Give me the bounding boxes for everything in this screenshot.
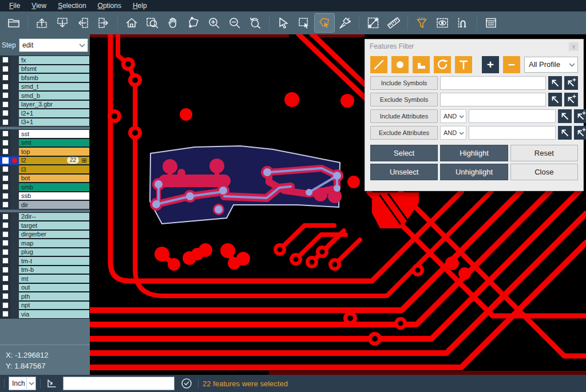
unselect-button[interactable]: Unselect <box>370 164 438 180</box>
pan-button[interactable] <box>163 14 183 32</box>
exclude-attributes-button[interactable]: Exclude Attributes <box>370 126 438 140</box>
layer-active-indicator[interactable] <box>10 283 19 292</box>
layer-row-map[interactable]: map <box>0 239 90 248</box>
corner-snap-icon[interactable] <box>45 377 60 390</box>
layer-row-smb[interactable]: smb <box>0 183 90 192</box>
layer-row-npt[interactable]: npt <box>0 301 90 310</box>
layer-row-dirgerber[interactable]: dirgerber <box>0 230 90 239</box>
layer-checkbox[interactable] <box>0 310 10 319</box>
layer-checkbox[interactable] <box>0 100 10 109</box>
command-input[interactable] <box>63 377 175 390</box>
layer-row-fx[interactable]: fx <box>0 56 90 65</box>
layer-checkbox[interactable] <box>0 65 10 74</box>
open-file-button[interactable] <box>4 14 23 32</box>
include-attributes-button[interactable]: Include Attributes <box>370 109 438 123</box>
layer-row-dir[interactable]: dir <box>0 200 90 209</box>
highlight-button[interactable]: Highlight <box>440 145 508 161</box>
layer-checkbox[interactable] <box>0 230 10 239</box>
layer-active-indicator[interactable] <box>10 183 19 192</box>
menu-file[interactable]: File <box>3 1 26 11</box>
layer-checkbox[interactable] <box>0 283 10 292</box>
layer-checkbox[interactable] <box>0 301 10 310</box>
layer-row-2dir--[interactable]: 2dir-- <box>0 212 90 221</box>
layer-checkbox[interactable] <box>0 256 10 266</box>
measure-button[interactable] <box>363 14 383 32</box>
layer-checkbox[interactable] <box>0 73 10 82</box>
layer-active-indicator[interactable] <box>10 73 19 82</box>
layer-row-via[interactable]: via <box>0 310 90 319</box>
layer-checkbox[interactable] <box>0 156 10 165</box>
layer-active-indicator[interactable] <box>10 310 19 319</box>
select-button[interactable]: Select <box>370 145 438 161</box>
profile-select[interactable]: All Profile <box>524 57 578 73</box>
close-icon[interactable]: x <box>569 42 579 51</box>
layer-active-indicator[interactable] <box>10 212 19 221</box>
layer-checkbox[interactable] <box>0 192 10 201</box>
exclude-attributes-operator-select[interactable]: AND <box>440 126 466 140</box>
menu-options[interactable]: Options <box>92 1 127 11</box>
layer-active-indicator[interactable] <box>10 118 19 127</box>
menu-help[interactable]: Help <box>127 1 153 11</box>
menu-selection[interactable]: Selection <box>52 1 92 11</box>
view-options-button[interactable] <box>433 14 452 32</box>
layer-checkbox[interactable] <box>0 292 10 301</box>
grid-icon[interactable]: ⊞ <box>80 157 88 164</box>
layer-active-indicator[interactable] <box>10 100 19 109</box>
layer-row-l2+1[interactable]: l2+1 <box>0 109 90 118</box>
layer-checkbox[interactable] <box>0 165 10 174</box>
layer-active-indicator[interactable] <box>10 239 19 248</box>
include-attributes-operator-select[interactable]: AND <box>440 109 466 123</box>
exclude-symbols-input[interactable] <box>440 93 546 106</box>
layer-active-indicator[interactable] <box>10 274 19 283</box>
layer-row-l2[interactable]: l222⊞ <box>0 156 90 165</box>
layer-row-layer_3.gbr[interactable]: layer_3.gbr <box>0 100 90 109</box>
layer-active-indicator[interactable] <box>10 221 19 230</box>
features-filter-button[interactable] <box>412 14 431 32</box>
arc-tool-button[interactable] <box>434 56 451 73</box>
layer-row-mt[interactable]: mt <box>0 274 90 283</box>
snap-button[interactable] <box>453 14 473 32</box>
layer-active-indicator[interactable] <box>10 266 19 275</box>
layer-checkbox[interactable] <box>0 212 10 221</box>
unit-select[interactable]: Inch <box>9 377 36 390</box>
layer-row-pth[interactable]: pth <box>0 292 90 301</box>
polygon-zoom-button[interactable] <box>184 14 203 32</box>
ruler-button[interactable] <box>384 14 403 32</box>
layer-row-top[interactable]: top <box>0 147 90 156</box>
unhighlight-button[interactable]: Unhighlight <box>440 164 508 180</box>
shift-down-button[interactable] <box>53 14 72 32</box>
layer-active-indicator[interactable] <box>10 91 19 100</box>
pick-add-symbols-button[interactable] <box>564 76 578 90</box>
layer-active-indicator[interactable] <box>10 200 19 209</box>
clear-brush-button[interactable] <box>335 14 355 32</box>
layer-active-indicator[interactable] <box>10 165 19 174</box>
layer-checkbox[interactable] <box>0 274 10 283</box>
layer-active-indicator[interactable] <box>10 248 19 257</box>
layer-row-smd_b[interactable]: smd_b <box>0 91 90 100</box>
remove-filter-button[interactable]: − <box>503 56 520 73</box>
pick-symbols-button[interactable] <box>548 76 562 90</box>
layer-checkbox[interactable] <box>0 200 10 209</box>
pick-attributes-button[interactable] <box>558 126 572 140</box>
layer-checkbox[interactable] <box>0 147 10 156</box>
layer-row-bfsmb[interactable]: bfsmb <box>0 73 90 82</box>
close-button[interactable]: Close <box>510 164 578 180</box>
pick-symbols-button[interactable] <box>548 93 562 106</box>
layer-active-indicator[interactable] <box>10 129 19 138</box>
layer-active-indicator[interactable] <box>10 56 19 65</box>
pick-add-symbols-button[interactable] <box>564 93 578 106</box>
layer-row-ssb[interactable]: ssb <box>0 192 90 201</box>
pick-add-attributes-button[interactable] <box>574 109 586 123</box>
pick-attributes-button[interactable] <box>558 109 572 123</box>
dialog-title-bar[interactable]: Features Filter x <box>365 39 583 53</box>
layer-row-target[interactable]: target <box>0 221 90 230</box>
layer-active-indicator[interactable] <box>10 292 19 301</box>
reset-button[interactable]: Reset <box>510 145 578 161</box>
surface-tool-button[interactable] <box>413 56 430 73</box>
pick-add-attributes-button[interactable] <box>574 126 586 140</box>
layer-checkbox[interactable] <box>0 183 10 192</box>
layer-row-sst[interactable]: sst <box>0 129 90 138</box>
zoom-out-button[interactable] <box>225 14 244 32</box>
layer-checkbox[interactable] <box>0 174 10 183</box>
menu-view[interactable]: View <box>26 1 52 11</box>
